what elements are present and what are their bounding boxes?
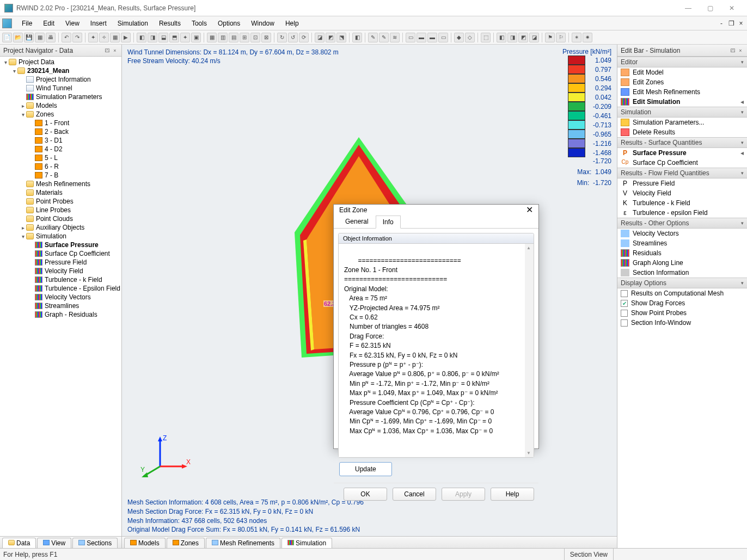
toolbar-button[interactable]: ▭ (438, 33, 448, 42)
toolbar-button[interactable]: ▤ (229, 33, 238, 42)
toolbar-button[interactable]: ▭ (406, 33, 415, 42)
tree-surface-cp[interactable]: Surface Cp Coefficient (0, 249, 121, 258)
surface-pressure-item[interactable]: PSurface Pressure◂ (617, 148, 747, 158)
mdi-close-icon[interactable]: × (737, 20, 745, 27)
toolbar-button[interactable]: ◇ (465, 33, 475, 42)
menu-tools[interactable]: Tools (186, 17, 212, 29)
graph-along-line-item[interactable]: Graph Along Line (617, 258, 747, 268)
tree-point-probes[interactable]: Point Probes (0, 197, 121, 206)
app-menu-icon[interactable] (2, 19, 12, 28)
pin-icon[interactable]: ⮹ (730, 47, 736, 54)
nav-tab-data[interactable]: Data (2, 538, 36, 548)
edit-simulation-item[interactable]: Edit Simulation◂ (617, 97, 747, 107)
help-button[interactable]: Help (491, 488, 534, 501)
menu-edit[interactable]: Edit (38, 17, 60, 29)
toolbar-button[interactable]: ⚑ (545, 33, 555, 42)
dialog-tab-info[interactable]: Info (376, 216, 401, 229)
chk-results-comp-mesh[interactable]: Results on Computational Mesh (617, 288, 747, 298)
dialog-titlebar[interactable]: Edit Zone ✕ (334, 205, 538, 215)
maximize-button[interactable]: ▢ (699, 2, 721, 15)
toolbar-button[interactable]: ▦ (207, 33, 217, 42)
pressure-field-item[interactable]: PPressure Field (617, 179, 747, 188)
tree-root[interactable]: ▾Project Data (0, 58, 121, 66)
update-button[interactable]: Update (339, 462, 392, 476)
close-panel-icon[interactable]: × (112, 47, 118, 54)
chk-show-drag[interactable]: ✔Show Drag Forces (617, 298, 747, 308)
vp-tab-zones[interactable]: Zones (167, 538, 205, 548)
delete-results-item[interactable]: Delete Results (617, 127, 747, 137)
toolbar-button[interactable]: ✎ (368, 33, 378, 42)
toolbar-button[interactable]: ✦ (88, 33, 98, 42)
tree-point-clouds[interactable]: Point Clouds (0, 214, 121, 223)
tree-zone[interactable]: 2 - Back (0, 127, 121, 136)
toolbar-button[interactable]: ✦ (180, 33, 190, 42)
scrollbar[interactable] (525, 244, 534, 457)
velocity-field-item[interactable]: VVelocity Field (617, 188, 747, 198)
nav-tab-sections[interactable]: Sections (72, 538, 118, 548)
chk-section-info-win[interactable]: Section Info-Window (617, 318, 747, 328)
menu-options[interactable]: Options (212, 17, 246, 29)
menu-view[interactable]: View (60, 17, 85, 29)
tree-zone[interactable]: 4 - D2 (0, 145, 121, 153)
tree-line-probes[interactable]: Line Probes (0, 206, 121, 214)
toolbar-button[interactable]: ◪ (529, 33, 539, 42)
menu-file[interactable]: File (16, 17, 38, 29)
menu-simulation[interactable]: Simulation (112, 17, 154, 29)
vp-tab-simulation[interactable]: Simulation (281, 538, 332, 548)
menu-insert[interactable]: Insert (85, 17, 112, 29)
tree-pressure-field[interactable]: Pressure Field (0, 258, 121, 267)
edit-model-item[interactable]: Edit Model (617, 67, 747, 77)
cancel-button[interactable]: Cancel (393, 488, 436, 501)
residuals-item[interactable]: Residuals (617, 248, 747, 258)
toolbar-button[interactable]: ◧ (137, 33, 146, 42)
velocity-vectors-item[interactable]: Velocity Vectors (617, 229, 747, 238)
edit-mesh-item[interactable]: Edit Mesh Refinements (617, 87, 747, 97)
toolbar-button[interactable]: 📂 (13, 33, 23, 42)
toolbar-button[interactable]: ↻ (277, 33, 287, 42)
toolbar-button[interactable]: ⬚ (481, 33, 491, 42)
sim-params-item[interactable]: Simulation Parameters... (617, 118, 747, 127)
toolbar-button[interactable]: ⚐ (556, 33, 566, 42)
tree-simulation[interactable]: ▾Simulation (0, 232, 121, 241)
turb-k-item[interactable]: KTurbulence - k Field (617, 198, 747, 208)
dialog-close-icon[interactable]: ✕ (526, 205, 533, 215)
tree-zone[interactable]: 6 - R (0, 162, 121, 171)
toolbar-button[interactable]: 🖶 (46, 33, 56, 42)
toolbar-button[interactable]: ▦ (110, 33, 120, 42)
toolbar-button[interactable]: ◨ (148, 33, 157, 42)
toolbar-button[interactable]: ▣ (191, 33, 201, 42)
tree-turb-k[interactable]: Turbulence - k Field (0, 275, 121, 284)
toolbar-button[interactable]: ▶ (121, 33, 131, 42)
turb-eps-item[interactable]: εTurbulence - epsilon Field (617, 208, 747, 218)
toolbar-button[interactable]: ✧ (99, 33, 109, 42)
toolbar-button[interactable]: ⬓ (158, 33, 168, 42)
menu-window[interactable]: Window (246, 17, 280, 29)
redo-button[interactable]: ↷ (72, 33, 82, 42)
toolbar-button[interactable]: ◆ (454, 33, 464, 42)
toolbar-button[interactable]: ⬔ (336, 33, 346, 42)
toolbar-button[interactable]: ⟳ (299, 33, 309, 42)
toolbar-button[interactable]: ✷ (583, 33, 592, 42)
tree-zone[interactable]: 3 - D1 (0, 136, 121, 145)
tree-surface-pressure[interactable]: Surface Pressure (0, 241, 121, 249)
toolbar-button[interactable]: ◩ (326, 33, 335, 42)
toolbar-button[interactable]: ✎ (379, 33, 389, 42)
dialog-tab-general[interactable]: General (338, 215, 376, 228)
tree-turb-eps[interactable]: Turbulence - Epsilon Field (0, 284, 121, 293)
chk-show-probes[interactable]: Show Point Probes (617, 308, 747, 318)
toolbar-button[interactable]: ◧ (497, 33, 506, 42)
surface-cp-item[interactable]: CpSurface Cp Coefficient (617, 158, 747, 168)
toolbar-button[interactable]: ✶ (572, 33, 581, 42)
tree-zones[interactable]: ▾Zones (0, 110, 121, 119)
mdi-minimize-icon[interactable]: - (718, 20, 725, 27)
toolbar-button[interactable]: 📄 (2, 33, 12, 42)
toolbar-button[interactable]: ⊠ (261, 33, 271, 42)
tree-zone[interactable]: 1 - Front (0, 119, 121, 127)
apply-button[interactable]: Apply (442, 488, 485, 501)
navigator-tree[interactable]: ▾Project Data ▾230214_Mean Project Infor… (0, 57, 121, 536)
tree-project[interactable]: ▾230214_Mean (0, 66, 121, 75)
toolbar-button[interactable]: ▥ (218, 33, 228, 42)
tree-streamlines[interactable]: Streamlines (0, 301, 121, 310)
tree-simulation-parameters[interactable]: Simulation Parameters (0, 93, 121, 101)
mdi-restore-icon[interactable]: ❐ (727, 20, 735, 27)
